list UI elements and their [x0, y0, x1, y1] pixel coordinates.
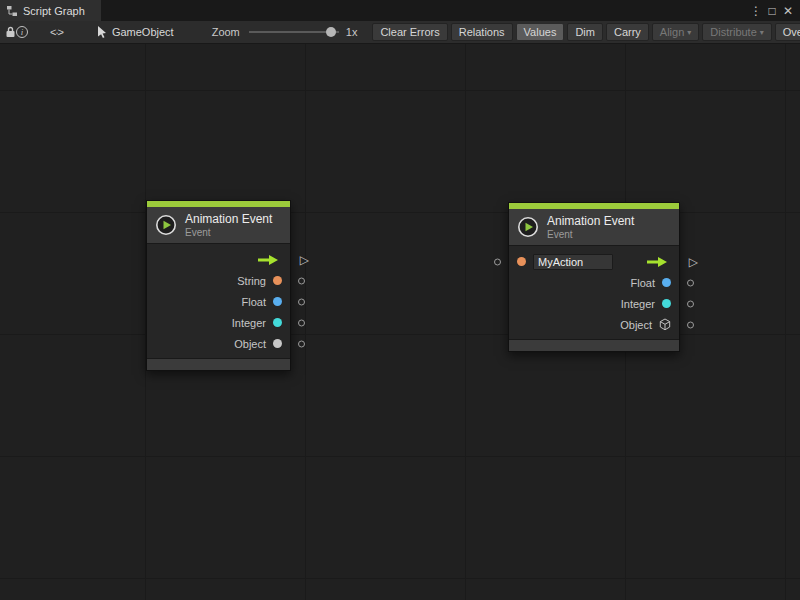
kebab-menu-icon[interactable]: ⋮: [748, 4, 764, 18]
carry-button[interactable]: Carry: [606, 23, 649, 41]
integer-type-dot: [662, 299, 671, 308]
flow-output-port[interactable]: ▷: [689, 256, 698, 268]
values-button[interactable]: Values: [516, 23, 565, 41]
output-row-string: String: [147, 270, 290, 291]
close-icon[interactable]: ✕: [780, 4, 796, 18]
cursor-icon: [97, 26, 107, 38]
toolbar-buttons: Clear Errors Relations Values Dim Carry …: [369, 23, 800, 41]
info-icon: i: [16, 26, 28, 38]
graph-toolbar: i <∙> GameObject Zoom 1x Clear Errors Re…: [0, 21, 800, 44]
integer-output-port[interactable]: [687, 300, 694, 307]
lock-icon: [5, 26, 16, 38]
flow-output-port[interactable]: ▷: [300, 254, 309, 266]
name-input-port[interactable]: [494, 258, 501, 265]
output-label: Object: [620, 319, 652, 331]
output-label: Integer: [621, 298, 655, 310]
chevron-down-icon: ▾: [760, 28, 764, 37]
node-subtitle: Event: [547, 229, 634, 240]
float-output-port[interactable]: [687, 279, 694, 286]
flow-output-row: ▷: [147, 249, 290, 270]
cube-icon: [659, 318, 671, 331]
integer-output-port[interactable]: [298, 319, 305, 326]
node-header[interactable]: Animation Event Event: [147, 207, 290, 244]
distribute-label: Distribute: [710, 26, 756, 38]
event-name-field[interactable]: [533, 254, 613, 270]
window-controls: ⋮ □ ✕: [748, 0, 800, 21]
play-icon: [517, 216, 539, 238]
node-title: Animation Event: [185, 212, 272, 226]
output-row-object: Object: [509, 314, 679, 335]
zoom-control: Zoom 1x: [212, 26, 358, 38]
overview-label: Overview: [783, 26, 800, 38]
string-type-dot: [517, 257, 526, 266]
graph-target-label: GameObject: [112, 26, 174, 38]
graph-canvas[interactable]: Animation Event Event ▷ String Float: [0, 44, 800, 600]
info-button[interactable]: i: [16, 24, 28, 41]
clear-errors-button[interactable]: Clear Errors: [372, 23, 447, 41]
flow-arrow-icon: [256, 254, 280, 266]
graph-target[interactable]: GameObject: [97, 26, 174, 38]
code-icon: <∙>: [50, 26, 63, 38]
relations-label: Relations: [459, 26, 505, 38]
tab-script-graph[interactable]: Script Graph: [0, 0, 101, 21]
script-graph-icon: [6, 5, 18, 17]
output-row-object: Object: [147, 333, 290, 354]
window-tab-bar: Script Graph ⋮ □ ✕: [0, 0, 800, 21]
overview-button[interactable]: Overview: [775, 23, 800, 41]
node-animation-event-1[interactable]: Animation Event Event ▷ String Float: [146, 200, 291, 371]
node-title: Animation Event: [547, 214, 634, 228]
chevron-down-icon: ▾: [687, 28, 691, 37]
integer-type-dot: [273, 318, 282, 327]
graph-inspector-button[interactable]: <∙>: [50, 24, 63, 41]
node-titles: Animation Event Event: [547, 214, 634, 240]
maximize-icon[interactable]: □: [764, 4, 780, 18]
zoom-slider-knob[interactable]: [326, 27, 336, 37]
output-label: Object: [234, 338, 266, 350]
output-row-integer: Integer: [147, 312, 290, 333]
node-header[interactable]: Animation Event Event: [509, 209, 679, 246]
node-titles: Animation Event Event: [185, 212, 272, 238]
node-footer: [509, 339, 679, 351]
float-type-dot: [662, 278, 671, 287]
output-label: Float: [631, 277, 655, 289]
output-row-float: Float: [509, 272, 679, 293]
output-row-integer: Integer: [509, 293, 679, 314]
node-subtitle: Event: [185, 227, 272, 238]
output-label: String: [237, 275, 266, 287]
tab-title: Script Graph: [23, 5, 85, 17]
output-label: Integer: [232, 317, 266, 329]
object-output-port[interactable]: [687, 321, 694, 328]
align-button[interactable]: Align ▾: [652, 23, 699, 41]
values-label: Values: [524, 26, 557, 38]
node-animation-event-2[interactable]: Animation Event Event ▷ Float I: [508, 202, 680, 352]
align-label: Align: [660, 26, 684, 38]
flow-arrow-icon: [645, 256, 669, 268]
string-output-port[interactable]: [298, 277, 305, 284]
output-label: Float: [242, 296, 266, 308]
float-output-port[interactable]: [298, 298, 305, 305]
string-type-dot: [273, 276, 282, 285]
lock-button[interactable]: [5, 24, 16, 41]
carry-label: Carry: [614, 26, 641, 38]
node-footer: [147, 358, 290, 370]
output-row-float: Float: [147, 291, 290, 312]
dim-button[interactable]: Dim: [567, 23, 603, 41]
zoom-slider[interactable]: [249, 31, 339, 33]
zoom-label: Zoom: [212, 26, 240, 38]
node-body: ▷ String Float Integer Object: [147, 244, 290, 358]
input-and-flow-row: ▷: [509, 251, 679, 272]
node-body: ▷ Float Integer Object: [509, 246, 679, 339]
float-type-dot: [273, 297, 282, 306]
distribute-button[interactable]: Distribute ▾: [702, 23, 771, 41]
clear-errors-label: Clear Errors: [380, 26, 439, 38]
relations-button[interactable]: Relations: [451, 23, 513, 41]
object-type-dot: [273, 339, 282, 348]
object-output-port[interactable]: [298, 340, 305, 347]
play-icon: [155, 214, 177, 236]
zoom-value: 1x: [346, 26, 358, 38]
dim-label: Dim: [575, 26, 595, 38]
